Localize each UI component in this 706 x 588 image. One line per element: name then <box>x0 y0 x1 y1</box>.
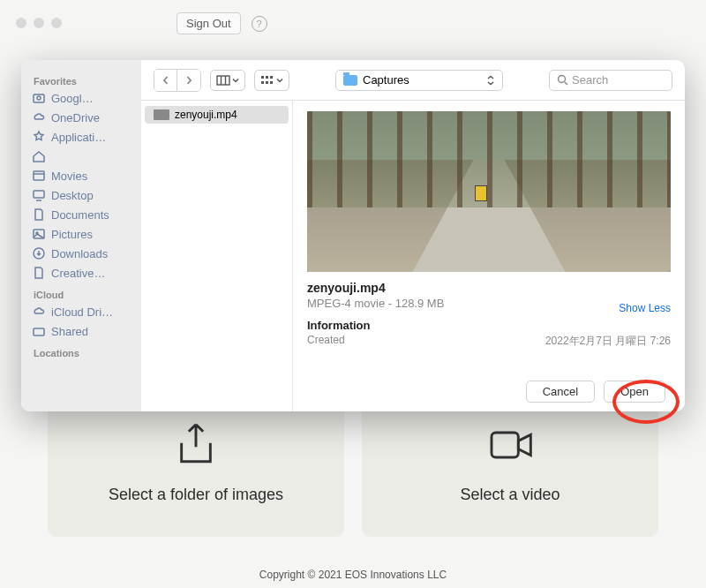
sidebar-item-downloads[interactable]: Downloads <box>21 244 141 263</box>
svg-rect-15 <box>270 81 273 84</box>
created-value: 2022年2月7日 月曜日 7:26 <box>545 334 671 349</box>
search-icon <box>557 74 568 86</box>
sidebar-item-onedrive[interactable]: OneDrive <box>21 108 141 127</box>
svg-rect-3 <box>34 171 44 180</box>
help-icon[interactable]: ? <box>252 16 267 32</box>
sidebar-header-favorites: Favorites <box>21 69 141 88</box>
preview-subtitle: MPEG-4 movie - 128.9 MB <box>307 297 671 310</box>
created-label: Created <box>307 334 345 349</box>
file-row[interactable]: zenyouji.mp4 <box>145 106 289 124</box>
svg-point-16 <box>559 76 566 83</box>
forward-button[interactable] <box>177 70 200 91</box>
window-traffic-lights <box>16 18 62 28</box>
nav-buttons <box>154 69 201 92</box>
svg-rect-13 <box>261 81 264 84</box>
sidebar-item-icloud-drive[interactable]: iCloud Dri… <box>21 302 141 321</box>
sidebar-item-pictures[interactable]: Pictures <box>21 224 141 244</box>
sidebar-item-documents[interactable]: Documents <box>21 205 141 224</box>
preview-thumbnail <box>307 111 671 272</box>
file-name: zenyouji.mp4 <box>175 109 237 121</box>
svg-point-2 <box>37 96 41 100</box>
preview-pane: zenyouji.mp4 MPEG-4 movie - 128.9 MB Sho… <box>293 101 685 411</box>
sidebar: Favorites Googl… OneDrive Applicati… Mov… <box>21 60 141 411</box>
view-columns-button[interactable] <box>210 70 245 91</box>
minimize-dot[interactable] <box>34 18 44 28</box>
video-thumb-icon <box>154 109 169 120</box>
video-icon <box>485 420 535 470</box>
updown-icon <box>486 75 495 86</box>
svg-rect-10 <box>261 76 264 79</box>
chevron-down-icon <box>232 77 239 84</box>
sidebar-item-home[interactable] <box>21 147 141 166</box>
export-icon <box>171 420 221 470</box>
dialog-toolbar: Captures Search <box>141 60 685 101</box>
sidebar-item-creative[interactable]: Creative… <box>21 263 141 283</box>
view-grid-button[interactable] <box>254 70 289 91</box>
sidebar-item-movies[interactable]: Movies <box>21 166 141 185</box>
preview-info-header: Information <box>307 319 671 332</box>
file-open-dialog: Favorites Googl… OneDrive Applicati… Mov… <box>21 60 685 411</box>
search-placeholder: Search <box>572 73 608 87</box>
sidebar-item-google[interactable]: Googl… <box>21 88 141 108</box>
svg-rect-0 <box>492 433 518 457</box>
folder-name: Captures <box>363 73 409 87</box>
svg-rect-14 <box>266 81 268 84</box>
sign-out-button[interactable]: Sign Out <box>176 12 241 34</box>
select-folder-label: Select a folder of images <box>109 486 283 504</box>
sidebar-item-desktop[interactable]: Desktop <box>21 185 141 205</box>
svg-rect-9 <box>217 76 229 85</box>
svg-rect-11 <box>266 76 268 79</box>
show-less-link[interactable]: Show Less <box>619 302 671 314</box>
sidebar-header-icloud: iCloud <box>21 283 141 302</box>
folder-dropdown[interactable]: Captures <box>335 70 503 91</box>
preview-title: zenyouji.mp4 <box>307 281 671 295</box>
search-input[interactable]: Search <box>549 70 672 91</box>
sidebar-item-applications[interactable]: Applicati… <box>21 127 141 147</box>
back-button[interactable] <box>154 70 177 91</box>
zoom-dot[interactable] <box>51 18 62 28</box>
folder-icon <box>343 75 357 86</box>
open-button[interactable]: Open <box>604 381 665 403</box>
svg-rect-12 <box>270 76 273 79</box>
cancel-button[interactable]: Cancel <box>526 381 595 403</box>
chevron-down-icon <box>276 77 283 84</box>
file-list: zenyouji.mp4 <box>141 101 293 411</box>
close-dot[interactable] <box>16 18 26 28</box>
svg-rect-8 <box>34 328 44 335</box>
svg-rect-4 <box>34 191 44 198</box>
sidebar-header-locations: Locations <box>21 341 141 360</box>
footer-copyright: Copyright © 2021 EOS Innovations LLC <box>0 569 706 581</box>
select-video-label: Select a video <box>460 486 560 504</box>
sidebar-item-shared[interactable]: Shared <box>21 321 141 341</box>
